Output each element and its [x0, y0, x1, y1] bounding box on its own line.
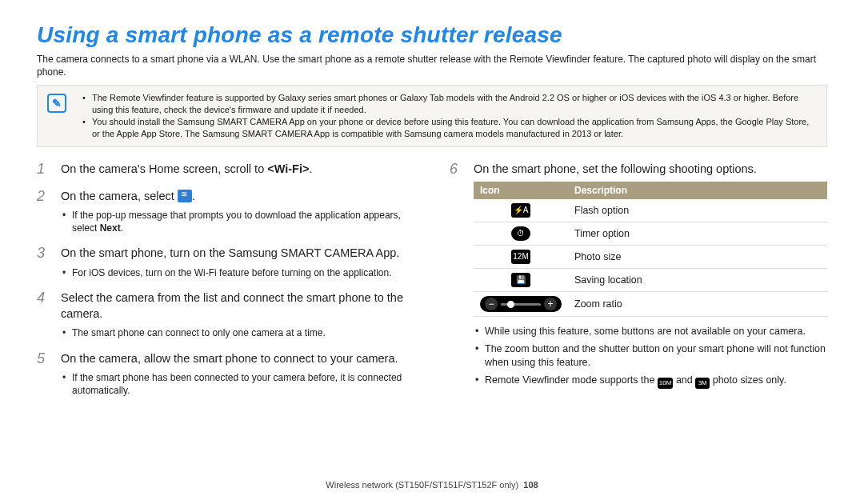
zoom-track: [501, 303, 541, 306]
step-2: 2 On the camera, select . If the pop-up …: [37, 189, 414, 235]
step-text: On the smart phone, turn on the Samsung …: [61, 246, 414, 262]
flash-auto-icon: ⚡A: [511, 203, 530, 218]
step-1: 1 On the camera's Home screen, scroll to…: [37, 162, 414, 178]
step-text: On the camera, select .: [61, 189, 414, 205]
step-4: 4 Select the camera from the list and co…: [37, 290, 414, 339]
save-location-icon: 💾: [511, 273, 530, 287]
page-footer: Wireless network (ST150F/ST151F/ST152F o…: [0, 480, 864, 490]
note-list: The Remote Viewfinder feature is support…: [82, 92, 818, 139]
footer-section: Wireless network (ST150F/ST151F/ST152F o…: [326, 480, 518, 490]
step-3: 3 On the smart phone, turn on the Samsun…: [37, 246, 414, 279]
manual-page: Using a smart phone as a remote shutter …: [0, 0, 864, 504]
columns: 1 On the camera's Home screen, scroll to…: [37, 162, 827, 409]
step-text: Select the camera from the list and conn…: [61, 290, 414, 322]
option-description: Zoom ratio: [568, 292, 827, 317]
step-sub-list: The smart phone can connect to only one …: [61, 326, 414, 339]
page-number: 108: [523, 480, 538, 490]
table-row: ⚡A Flash option: [474, 199, 827, 222]
after-note-item: The zoom button and the shutter button o…: [474, 342, 827, 370]
step-number: 3: [37, 246, 51, 279]
step-sub-list: If the pop-up message that prompts you t…: [61, 209, 414, 234]
note-item: You should install the Samsung SMART CAM…: [82, 116, 818, 140]
shooting-options-table: Icon Description ⚡A Flash option: [474, 182, 827, 317]
left-column: 1 On the camera's Home screen, scroll to…: [37, 162, 414, 409]
step-text: On the camera, allow the smart phone to …: [61, 351, 414, 367]
step-text: On the smart phone, set the following sh…: [474, 162, 827, 178]
intro-paragraph: The camera connects to a smart phone via…: [37, 53, 827, 78]
table-row: 12M Photo size: [474, 246, 827, 269]
step-5: 5 On the camera, allow the smart phone t…: [37, 351, 414, 398]
after-note-item: While using this feature, some buttons a…: [474, 325, 827, 339]
timer-icon: ⏱: [511, 226, 530, 241]
note-icon: ✎: [47, 94, 66, 113]
table-row: 💾 Saving location: [474, 269, 827, 292]
option-description: Timer option: [568, 222, 827, 246]
option-description: Saving location: [568, 269, 827, 292]
option-description: Photo size: [568, 246, 827, 269]
photo-size-10m-icon: 10M: [658, 378, 674, 389]
note-item: The Remote Viewfinder feature is support…: [82, 92, 818, 116]
page-title: Using a smart phone as a remote shutter …: [37, 22, 827, 48]
step-sub-item: The smart phone can connect to only one …: [61, 326, 414, 339]
remote-viewfinder-icon: [178, 190, 192, 202]
after-note-item: Remote Viewfinder mode supports the 10M …: [474, 374, 827, 389]
table-row: ⏱ Timer option: [474, 222, 827, 246]
table-header-icon: Icon: [474, 182, 568, 199]
step-number: 6: [450, 162, 464, 392]
zoom-out-icon: −: [485, 298, 498, 310]
table-header-description: Description: [568, 182, 827, 199]
photo-size-3m-icon: 3M: [695, 378, 710, 389]
step-text: On the camera's Home screen, scroll to <…: [61, 162, 414, 178]
step-sub-list: If the smart phone has been connected to…: [61, 371, 414, 397]
table-row: − + Zoom ratio: [474, 292, 827, 317]
zoom-slider-icon: − +: [480, 296, 562, 312]
step-sub-item: If the pop-up message that prompts you t…: [61, 209, 414, 234]
photo-size-12m-icon: 12M: [511, 250, 530, 264]
step-number: 2: [37, 189, 51, 235]
after-notes: While using this feature, some buttons a…: [474, 325, 827, 389]
steps-list-left: 1 On the camera's Home screen, scroll to…: [37, 162, 414, 398]
step-6: 6 On the smart phone, set the following …: [450, 162, 827, 392]
step-sub-item: For iOS devices, turn on the Wi-Fi featu…: [61, 266, 414, 279]
step-sub-list: For iOS devices, turn on the Wi-Fi featu…: [61, 266, 414, 279]
step-number: 5: [37, 351, 51, 398]
step-number: 4: [37, 290, 51, 339]
steps-list-right: 6 On the smart phone, set the following …: [450, 162, 827, 392]
note-box: ✎ The Remote Viewfinder feature is suppo…: [37, 85, 827, 146]
step-sub-item: If the smart phone has been connected to…: [61, 371, 414, 397]
step-number: 1: [37, 162, 51, 178]
option-description: Flash option: [568, 199, 827, 222]
right-column: 6 On the smart phone, set the following …: [450, 162, 827, 409]
zoom-in-icon: +: [544, 298, 557, 310]
